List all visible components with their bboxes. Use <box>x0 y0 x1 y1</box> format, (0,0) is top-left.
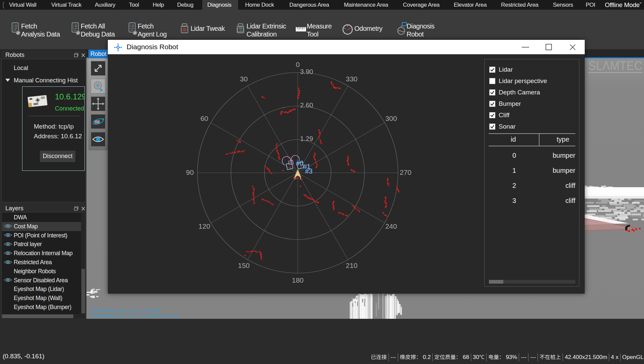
svg-text:#0: #0 <box>296 159 303 167</box>
svg-text:210: 210 <box>346 262 357 269</box>
svg-text:1.29: 1.29 <box>300 135 313 142</box>
svg-text:30: 30 <box>240 75 247 83</box>
svg-text:300: 300 <box>385 115 397 122</box>
svg-text:#3: #3 <box>305 167 312 175</box>
svg-text:180: 180 <box>292 276 303 284</box>
svg-text:270: 270 <box>400 168 411 176</box>
svg-text:330: 330 <box>346 75 357 83</box>
svg-text:2.60: 2.60 <box>300 101 313 109</box>
svg-text:240: 240 <box>385 222 397 230</box>
svg-text:120: 120 <box>199 222 210 230</box>
svg-text:150: 150 <box>238 262 249 269</box>
svg-text:90: 90 <box>186 168 194 176</box>
svg-text:0: 0 <box>296 61 300 68</box>
svg-text:60: 60 <box>200 115 208 122</box>
svg-text:3.90: 3.90 <box>300 68 313 75</box>
